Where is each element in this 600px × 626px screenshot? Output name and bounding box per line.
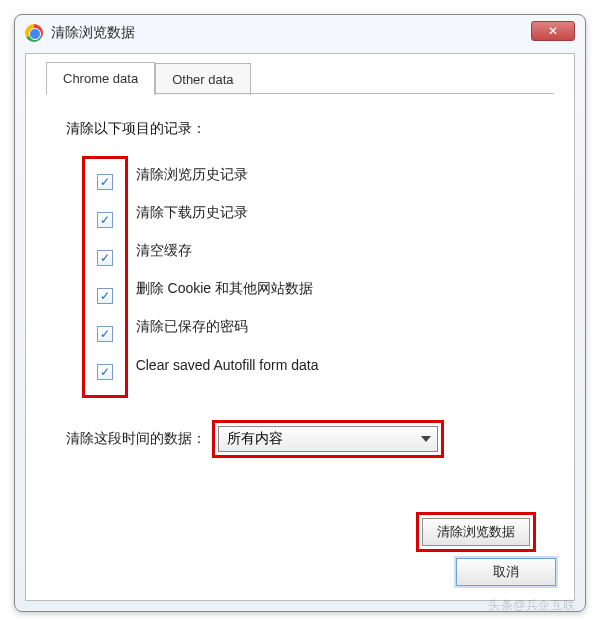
checkbox-cache[interactable]: ✓ — [97, 250, 113, 266]
button-label: 清除浏览数据 — [437, 523, 515, 541]
option-row: ✓ — [91, 239, 119, 277]
chevron-down-icon — [421, 436, 431, 442]
time-range-highlight: 所有内容 — [212, 420, 444, 458]
options-list: ✓ ✓ ✓ ✓ ✓ ✓ — [82, 156, 544, 398]
checkbox-browsing-history[interactable]: ✓ — [97, 174, 113, 190]
checkbox-cookies[interactable]: ✓ — [97, 288, 113, 304]
client-area: Chrome data Other data 清除以下项目的记录： ✓ ✓ ✓ — [25, 53, 575, 601]
option-label: 清空缓存 — [128, 242, 192, 260]
option-label: 清除下载历史记录 — [128, 204, 248, 222]
option-label: 清除已保存的密码 — [128, 318, 248, 336]
button-label: 取消 — [493, 563, 519, 581]
checkbox-highlight: ✓ ✓ ✓ ✓ ✓ ✓ — [82, 156, 128, 398]
select-value: 所有内容 — [227, 430, 283, 448]
tab-label: Other data — [172, 72, 233, 87]
time-range-select[interactable]: 所有内容 — [218, 426, 438, 452]
dialog-window: 清除浏览数据 ✕ Chrome data Other data 清除以下项目的记… — [14, 14, 586, 612]
option-row: ✓ — [91, 201, 119, 239]
checkbox-download-history[interactable]: ✓ — [97, 212, 113, 228]
option-label: Clear saved Autofill form data — [128, 357, 319, 373]
option-row: ✓ — [91, 353, 119, 391]
time-range-row: 清除这段时间的数据： 所有内容 — [66, 420, 544, 458]
titlebar[interactable]: 清除浏览数据 ✕ — [15, 15, 585, 51]
primary-button-row: 清除浏览数据 — [66, 512, 544, 552]
tab-strip: Chrome data Other data — [26, 54, 574, 94]
checkbox-passwords[interactable]: ✓ — [97, 326, 113, 342]
dialog-footer: 取消 — [456, 558, 556, 586]
tab-other-data[interactable]: Other data — [155, 63, 250, 95]
option-label: 清除浏览历史记录 — [128, 166, 248, 184]
window-title: 清除浏览数据 — [51, 24, 135, 42]
option-label: 删除 Cookie 和其他网站数据 — [128, 280, 313, 298]
time-range-label: 清除这段时间的数据： — [66, 430, 206, 448]
option-row: ✓ — [91, 277, 119, 315]
section-heading: 清除以下项目的记录： — [66, 120, 544, 138]
close-icon: ✕ — [548, 25, 558, 37]
tab-chrome-data[interactable]: Chrome data — [46, 62, 155, 95]
checkbox-autofill[interactable]: ✓ — [97, 364, 113, 380]
tab-panel-chrome: 清除以下项目的记录： ✓ ✓ ✓ ✓ ✓ — [26, 94, 574, 562]
clear-data-button[interactable]: 清除浏览数据 — [422, 518, 530, 546]
option-row: ✓ — [91, 315, 119, 353]
option-row: ✓ — [91, 163, 119, 201]
close-button[interactable]: ✕ — [531, 21, 575, 41]
tab-label: Chrome data — [63, 71, 138, 86]
chrome-icon — [25, 24, 43, 42]
clear-button-highlight: 清除浏览数据 — [416, 512, 536, 552]
cancel-button[interactable]: 取消 — [456, 558, 556, 586]
